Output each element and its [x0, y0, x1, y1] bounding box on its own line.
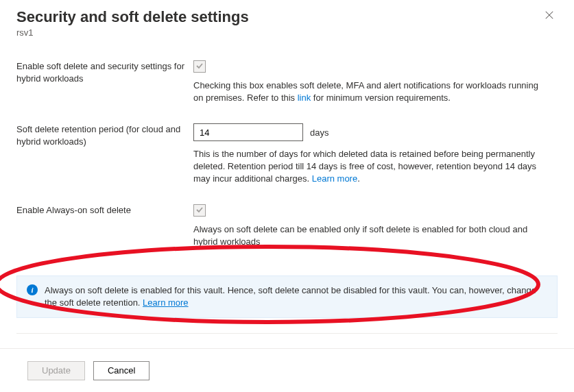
retention-label: Soft delete retention period (for cloud …	[16, 123, 188, 148]
hybrid-help-text: Checking this box enables soft delete, M…	[193, 79, 550, 104]
hybrid-help-link[interactable]: link	[298, 93, 311, 103]
hybrid-label: Enable soft delete and security settings…	[16, 60, 188, 85]
retention-unit: days	[310, 127, 328, 138]
info-banner: i Always on soft delete is enabled for t…	[16, 275, 558, 318]
page-subtitle: rsv1	[16, 27, 249, 38]
update-button[interactable]: Update	[27, 361, 85, 380]
always-on-checkbox[interactable]	[193, 204, 206, 217]
hybrid-help-post: for minimum version requirements.	[311, 93, 451, 103]
checkmark-icon	[195, 62, 204, 72]
page-title: Security and soft delete settings	[16, 8, 249, 26]
checkmark-icon	[195, 206, 204, 216]
retention-learn-more-link[interactable]: Learn more	[312, 173, 357, 184]
info-banner-pre: Always on soft delete is enabled for thi…	[45, 285, 536, 308]
content-scroll[interactable]: Enable soft delete and security settings…	[0, 41, 574, 348]
retention-help-pre: This is the number of days for which del…	[193, 149, 536, 184]
always-on-label: Enable Always-on soft delete	[16, 204, 188, 217]
close-icon	[545, 10, 554, 23]
retention-input[interactable]	[193, 123, 303, 141]
info-icon: i	[27, 284, 38, 295]
always-on-help-text: Always on soft delete can be enabled onl…	[193, 223, 550, 248]
cancel-button[interactable]: Cancel	[93, 361, 150, 380]
hybrid-checkbox[interactable]	[193, 60, 206, 73]
retention-help-post: .	[357, 173, 360, 184]
section-divider	[16, 333, 558, 334]
close-button[interactable]	[541, 8, 558, 25]
info-banner-text: Always on soft delete is enabled for thi…	[45, 284, 547, 309]
info-banner-learn-more-link[interactable]: Learn more	[143, 297, 188, 308]
retention-help-text: This is the number of days for which del…	[193, 148, 550, 185]
